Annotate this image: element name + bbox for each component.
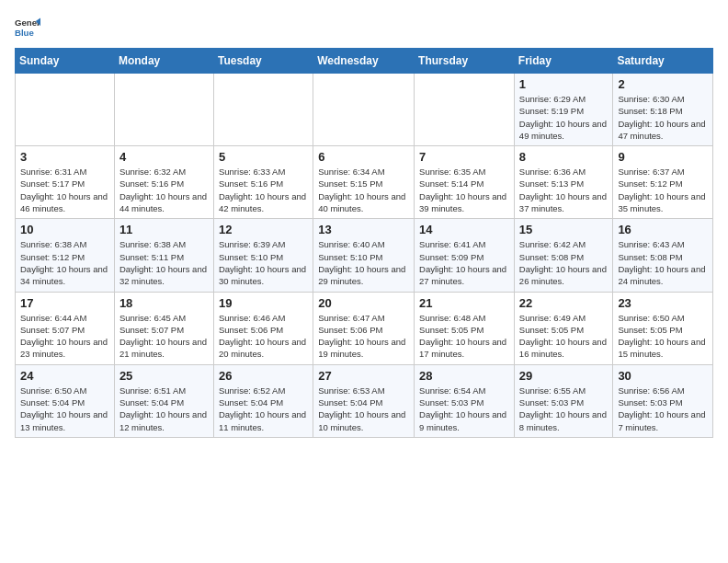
- day-cell: 11Sunrise: 6:38 AM Sunset: 5:11 PM Dayli…: [114, 219, 213, 292]
- day-number: 2: [618, 77, 708, 91]
- day-number: 7: [419, 150, 509, 164]
- day-info: Sunrise: 6:50 AM Sunset: 5:04 PM Dayligh…: [20, 385, 109, 433]
- day-info: Sunrise: 6:42 AM Sunset: 5:08 PM Dayligh…: [519, 238, 609, 287]
- day-number: 24: [20, 369, 109, 383]
- calendar-body: 1Sunrise: 6:29 AM Sunset: 5:19 PM Daylig…: [16, 74, 713, 438]
- day-info: Sunrise: 6:39 AM Sunset: 5:10 PM Dayligh…: [219, 238, 308, 287]
- day-number: 11: [119, 223, 209, 236]
- week-row-4: 17Sunrise: 6:44 AM Sunset: 5:07 PM Dayli…: [16, 292, 713, 364]
- day-info: Sunrise: 6:56 AM Sunset: 5:03 PM Dayligh…: [618, 385, 708, 433]
- day-cell: 16Sunrise: 6:43 AM Sunset: 5:08 PM Dayli…: [613, 219, 713, 292]
- day-cell: 3Sunrise: 6:31 AM Sunset: 5:17 PM Daylig…: [16, 146, 115, 219]
- day-info: Sunrise: 6:32 AM Sunset: 5:16 PM Dayligh…: [119, 166, 209, 214]
- day-cell: 28Sunrise: 6:54 AM Sunset: 5:03 PM Dayli…: [415, 364, 515, 437]
- day-cell: 26Sunrise: 6:52 AM Sunset: 5:04 PM Dayli…: [213, 364, 313, 437]
- day-number: 9: [618, 150, 708, 164]
- day-info: Sunrise: 6:31 AM Sunset: 5:17 PM Dayligh…: [20, 166, 109, 214]
- day-number: 10: [20, 223, 109, 236]
- day-info: Sunrise: 6:29 AM Sunset: 5:19 PM Dayligh…: [519, 93, 609, 142]
- weekday-thursday: Thursday: [415, 49, 515, 74]
- day-number: 26: [219, 369, 308, 383]
- day-info: Sunrise: 6:49 AM Sunset: 5:05 PM Dayligh…: [519, 312, 609, 361]
- day-number: 20: [318, 296, 409, 310]
- day-cell: 10Sunrise: 6:38 AM Sunset: 5:12 PM Dayli…: [16, 219, 115, 292]
- day-info: Sunrise: 6:45 AM Sunset: 5:07 PM Dayligh…: [119, 312, 209, 361]
- day-number: 13: [318, 223, 409, 236]
- day-number: 6: [318, 150, 409, 164]
- day-number: 22: [519, 296, 609, 310]
- day-info: Sunrise: 6:51 AM Sunset: 5:04 PM Dayligh…: [119, 385, 209, 433]
- day-cell: 22Sunrise: 6:49 AM Sunset: 5:05 PM Dayli…: [514, 292, 613, 364]
- weekday-saturday: Saturday: [613, 49, 713, 74]
- svg-text:Blue: Blue: [15, 28, 34, 38]
- day-number: 23: [618, 296, 708, 310]
- day-info: Sunrise: 6:34 AM Sunset: 5:15 PM Dayligh…: [318, 166, 409, 214]
- day-cell: 12Sunrise: 6:39 AM Sunset: 5:10 PM Dayli…: [213, 219, 313, 292]
- day-cell: 24Sunrise: 6:50 AM Sunset: 5:04 PM Dayli…: [16, 364, 115, 437]
- day-number: 29: [519, 369, 609, 383]
- logo: General Blue: [15, 15, 44, 40]
- day-cell: 21Sunrise: 6:48 AM Sunset: 5:05 PM Dayli…: [415, 292, 515, 364]
- day-cell: 15Sunrise: 6:42 AM Sunset: 5:08 PM Dayli…: [514, 219, 613, 292]
- day-number: 16: [618, 223, 708, 236]
- day-info: Sunrise: 6:50 AM Sunset: 5:05 PM Dayligh…: [618, 312, 708, 361]
- day-number: 30: [618, 369, 708, 383]
- day-info: Sunrise: 6:30 AM Sunset: 5:18 PM Dayligh…: [618, 93, 708, 142]
- day-number: 27: [318, 369, 409, 383]
- day-info: Sunrise: 6:40 AM Sunset: 5:10 PM Dayligh…: [318, 238, 409, 287]
- week-row-2: 3Sunrise: 6:31 AM Sunset: 5:17 PM Daylig…: [16, 146, 713, 219]
- day-number: 14: [419, 223, 509, 236]
- day-cell: 9Sunrise: 6:37 AM Sunset: 5:12 PM Daylig…: [613, 146, 713, 219]
- day-cell: 27Sunrise: 6:53 AM Sunset: 5:04 PM Dayli…: [313, 364, 415, 437]
- weekday-header-row: SundayMondayTuesdayWednesdayThursdayFrid…: [16, 49, 713, 74]
- day-info: Sunrise: 6:38 AM Sunset: 5:12 PM Dayligh…: [20, 238, 109, 287]
- day-number: 1: [519, 77, 609, 91]
- day-number: 25: [119, 369, 209, 383]
- day-cell: 13Sunrise: 6:40 AM Sunset: 5:10 PM Dayli…: [313, 219, 415, 292]
- day-info: Sunrise: 6:48 AM Sunset: 5:05 PM Dayligh…: [419, 312, 509, 361]
- day-info: Sunrise: 6:52 AM Sunset: 5:04 PM Dayligh…: [219, 385, 308, 433]
- weekday-sunday: Sunday: [16, 49, 115, 74]
- day-cell: 7Sunrise: 6:35 AM Sunset: 5:14 PM Daylig…: [415, 146, 515, 219]
- day-cell: 18Sunrise: 6:45 AM Sunset: 5:07 PM Dayli…: [114, 292, 213, 364]
- day-cell: 19Sunrise: 6:46 AM Sunset: 5:06 PM Dayli…: [213, 292, 313, 364]
- day-info: Sunrise: 6:55 AM Sunset: 5:03 PM Dayligh…: [519, 385, 609, 433]
- day-cell: 4Sunrise: 6:32 AM Sunset: 5:16 PM Daylig…: [114, 146, 213, 219]
- header: General Blue: [15, 15, 713, 40]
- day-cell: 23Sunrise: 6:50 AM Sunset: 5:05 PM Dayli…: [613, 292, 713, 364]
- day-info: Sunrise: 6:37 AM Sunset: 5:12 PM Dayligh…: [618, 166, 708, 214]
- day-number: 28: [419, 369, 509, 383]
- day-cell: 1Sunrise: 6:29 AM Sunset: 5:19 PM Daylig…: [514, 74, 613, 146]
- day-info: Sunrise: 6:46 AM Sunset: 5:06 PM Dayligh…: [219, 312, 308, 361]
- week-row-3: 10Sunrise: 6:38 AM Sunset: 5:12 PM Dayli…: [16, 219, 713, 292]
- day-cell: 14Sunrise: 6:41 AM Sunset: 5:09 PM Dayli…: [415, 219, 515, 292]
- day-cell: 30Sunrise: 6:56 AM Sunset: 5:03 PM Dayli…: [613, 364, 713, 437]
- week-row-1: 1Sunrise: 6:29 AM Sunset: 5:19 PM Daylig…: [16, 74, 713, 146]
- day-number: 8: [519, 150, 609, 164]
- day-cell: 5Sunrise: 6:33 AM Sunset: 5:16 PM Daylig…: [213, 146, 313, 219]
- day-cell: 8Sunrise: 6:36 AM Sunset: 5:13 PM Daylig…: [514, 146, 613, 219]
- day-info: Sunrise: 6:43 AM Sunset: 5:08 PM Dayligh…: [618, 238, 708, 287]
- day-number: 15: [519, 223, 609, 236]
- day-cell: [114, 74, 213, 146]
- day-number: 17: [20, 296, 109, 310]
- logo-icon: General Blue: [15, 15, 40, 40]
- day-cell: 17Sunrise: 6:44 AM Sunset: 5:07 PM Dayli…: [16, 292, 115, 364]
- day-number: 21: [419, 296, 509, 310]
- calendar-table: SundayMondayTuesdayWednesdayThursdayFrid…: [15, 48, 713, 438]
- day-number: 3: [20, 150, 109, 164]
- day-number: 18: [119, 296, 209, 310]
- day-number: 19: [219, 296, 308, 310]
- day-cell: 29Sunrise: 6:55 AM Sunset: 5:03 PM Dayli…: [514, 364, 613, 437]
- day-number: 5: [219, 150, 308, 164]
- day-number: 12: [219, 223, 308, 236]
- day-info: Sunrise: 6:44 AM Sunset: 5:07 PM Dayligh…: [20, 312, 109, 361]
- weekday-monday: Monday: [114, 49, 213, 74]
- day-info: Sunrise: 6:38 AM Sunset: 5:11 PM Dayligh…: [119, 238, 209, 287]
- weekday-friday: Friday: [514, 49, 613, 74]
- day-info: Sunrise: 6:36 AM Sunset: 5:13 PM Dayligh…: [519, 166, 609, 214]
- day-cell: [415, 74, 515, 146]
- day-cell: 25Sunrise: 6:51 AM Sunset: 5:04 PM Dayli…: [114, 364, 213, 437]
- day-info: Sunrise: 6:54 AM Sunset: 5:03 PM Dayligh…: [419, 385, 509, 433]
- week-row-5: 24Sunrise: 6:50 AM Sunset: 5:04 PM Dayli…: [16, 364, 713, 437]
